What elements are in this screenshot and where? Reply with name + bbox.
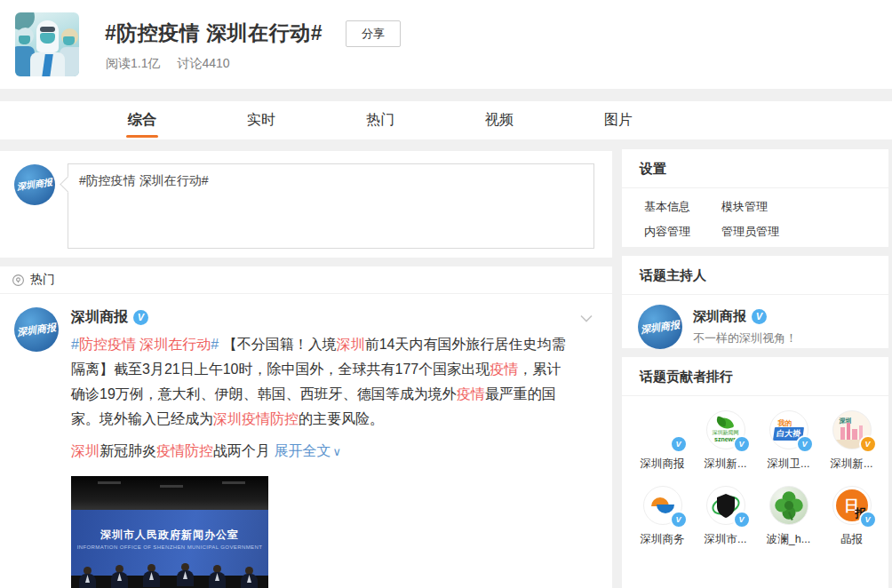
contributor-name: 深圳新... — [694, 457, 757, 472]
contributor-item-szmarket[interactable]: 深圳市... — [694, 481, 757, 547]
tab-label: 综合 — [128, 112, 156, 127]
press-person — [142, 564, 162, 587]
contributor-name: 波澜_h... — [757, 532, 820, 547]
press-banner-title: 深圳市人民政府新闻办公室 — [75, 528, 265, 543]
clover-icon — [773, 489, 805, 521]
avatar-logo-text: 深圳商报 — [640, 318, 681, 337]
post-menu-chevron-icon[interactable] — [580, 310, 593, 326]
press-person — [208, 565, 227, 588]
topic-host-card: 话题主持人 深圳商报 深圳商报 不一样的深圳视角！ — [622, 256, 888, 348]
post-body-text: #防控疫情 深圳在行动# 【不分国籍！入境深圳前14天内有国外旅行居住史均需隔离… — [71, 332, 571, 432]
contributor-name: 深圳新... — [820, 457, 883, 472]
host-description: 不一样的深圳视角！ — [693, 330, 797, 346]
avatar-logo-text: 深圳商报 — [16, 321, 57, 339]
tab-tupian[interactable]: 图片 — [559, 101, 678, 139]
settings-card: 设置 基本信息 模块管理 内容管理 管理员管理 — [622, 149, 888, 247]
settings-link-content-manage[interactable]: 内容管理 — [644, 224, 721, 240]
composer-prefill-text: #防控疫情 深圳在行动# — [79, 173, 208, 187]
post-author-avatar[interactable]: 深圳商报 — [14, 307, 59, 352]
share-button[interactable]: 分享 — [346, 20, 401, 47]
topic-header: #防控疫情 深圳在行动# 分享 阅读1.1亿讨论4410 — [0, 0, 892, 89]
expand-full-text-link[interactable]: 展开全文 — [274, 443, 331, 458]
contributors-title: 话题贡献者排行 — [622, 357, 888, 396]
hot-section-bar: 热门 — [0, 266, 612, 294]
composer-avatar[interactable]: 深圳商报 — [14, 164, 55, 205]
press-banner-subtitle: INFORMATION OFFICE OF SHENZHEN MUNICIPAL… — [71, 544, 268, 550]
press-person — [110, 565, 130, 588]
verified-badge-icon — [670, 511, 688, 528]
composer-card: 深圳商报 #防控疫情 深圳在行动# — [0, 151, 612, 258]
reads-count: 阅读1.1亿 — [106, 56, 160, 70]
contributor-avatar — [769, 486, 808, 525]
tab-remen[interactable]: 热门 — [321, 101, 440, 139]
topic-tabbar: 综合 实时 热门 视频 图片 — [0, 101, 892, 139]
tab-label: 热门 — [366, 112, 394, 127]
contributor-name: 深圳商务 — [631, 532, 694, 547]
verified-badge-icon — [733, 435, 751, 453]
tab-label: 实时 — [247, 112, 275, 127]
topic-stats: 阅读1.1亿讨论4410 — [106, 56, 247, 72]
verified-badge-icon — [859, 435, 877, 453]
contributor-item-sztv[interactable]: 我的 白大褂 深圳卫... — [757, 405, 820, 472]
press-person — [78, 567, 98, 588]
contributor-item-jingbao[interactable]: 日 报 晶报 — [820, 481, 883, 547]
contributor-name: 深圳市... — [694, 532, 757, 547]
contributor-name: 晶报 — [820, 532, 883, 547]
contributor-item-sznews[interactable]: 深圳新闻网 sznews 深圳新... — [694, 405, 757, 472]
topic-cover-image — [15, 12, 79, 76]
discussions-count: 讨论4410 — [177, 56, 229, 70]
verified-badge-icon — [859, 511, 877, 528]
press-person — [176, 563, 195, 586]
chevron-down-icon: ∨ — [332, 445, 341, 458]
settings-link-basic-info[interactable]: 基本信息 — [644, 199, 721, 215]
feed-post: 深圳商报 深圳商报 #防控疫情 深圳在行动# 【不分国籍！入境深圳前14天内有国… — [0, 294, 612, 588]
tab-label: 视频 — [485, 112, 514, 127]
verified-badge-icon — [670, 435, 688, 453]
weibo-topic-page: #防控疫情 深圳在行动# 分享 阅读1.1亿讨论4410 综合 实时 热门 视频… — [0, 0, 892, 588]
topic-host-title: 话题主持人 — [622, 256, 888, 295]
settings-link-admin-manage[interactable]: 管理员管理 — [721, 224, 799, 240]
press-person — [240, 567, 259, 588]
verified-badge-icon — [752, 309, 767, 324]
avatar-logo-text: 深圳商报 — [16, 176, 53, 193]
post-image[interactable]: 深圳市人民政府新闻办公室 INFORMATION OFFICE OF SHENZ… — [71, 476, 268, 588]
feed-card: 热门 深圳商报 深圳商报 #防控疫情 深圳在行动# 【不分国籍！入境深圳前14天… — [0, 266, 612, 588]
tab-zonghe[interactable]: 综合 — [83, 101, 202, 139]
tab-shishi[interactable]: 实时 — [202, 101, 321, 139]
post-author-name[interactable]: 深圳商报 — [71, 308, 128, 327]
tab-shipin[interactable]: 视频 — [440, 101, 559, 139]
contributor-item-szsb[interactable]: 深圳商报 深圳商报 — [631, 405, 694, 472]
active-tab-underline — [126, 135, 158, 138]
press-image-ceiling — [71, 476, 268, 510]
composer-bubble-arrow — [60, 176, 76, 192]
hot-icon — [12, 274, 25, 287]
verified-badge-icon — [133, 310, 148, 325]
avatar-logo-text: 深圳新闻网 — [713, 430, 739, 436]
contributor-item-szcommerce[interactable]: 深圳商务 — [631, 481, 694, 547]
hot-section-label: 热门 — [30, 272, 55, 288]
verified-badge-icon — [733, 511, 751, 528]
tab-label: 图片 — [604, 112, 633, 127]
host-avatar[interactable]: 深圳商报 — [638, 305, 682, 349]
settings-title: 设置 — [622, 149, 888, 188]
contributor-item-szpink[interactable]: 深圳 深圳新... — [820, 405, 883, 472]
verified-badge-icon — [796, 435, 814, 453]
host-name[interactable]: 深圳商报 — [693, 308, 746, 325]
press-image-banner: 深圳市人民政府新闻办公室 INFORMATION OFFICE OF SHENZ… — [71, 510, 268, 576]
settings-link-module-manage[interactable]: 模块管理 — [721, 199, 799, 215]
post-body-text-2: 深圳新冠肺炎疫情防控战两个月 展开全文∨ — [71, 439, 571, 465]
avatar-logo-text: 我的 — [778, 419, 792, 427]
page-title: #防控疫情 深圳在行动# — [105, 20, 323, 47]
post-composer-input[interactable]: #防控疫情 深圳在行动# — [68, 163, 594, 249]
contributor-name: 深圳卫... — [757, 457, 820, 472]
contributors-card: 话题贡献者排行 深圳商报 深圳商报 深圳新闻网 — [622, 357, 888, 588]
contributor-name: 深圳商报 — [631, 457, 694, 472]
contributor-item-bolan[interactable]: 波澜_h... — [757, 481, 820, 547]
